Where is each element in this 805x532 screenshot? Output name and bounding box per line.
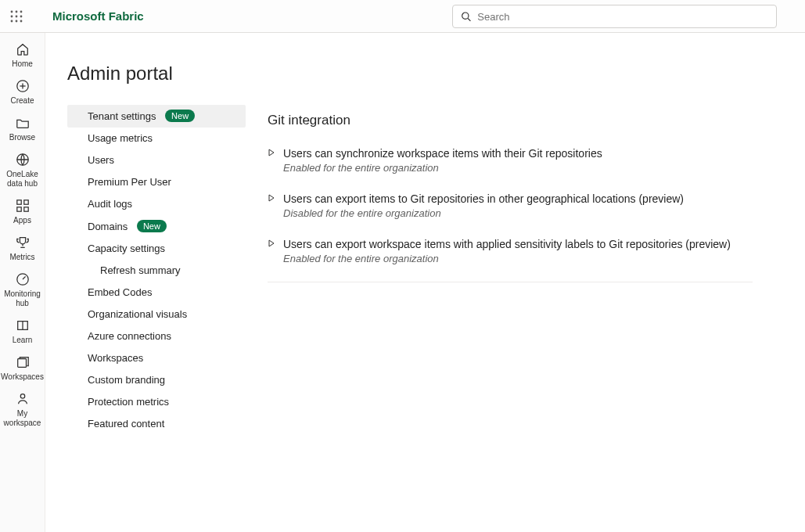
rail-label: Learn [13,336,33,345]
svg-rect-18 [23,207,27,211]
rail-label: Home [12,59,33,69]
home-icon [15,41,31,57]
rail-item-home[interactable]: Home [0,36,45,73]
setting-row[interactable]: Users can export workspace items with ap… [268,236,753,264]
sec-nav-label: Refresh summary [100,264,181,276]
sec-nav-label: Featured content [88,418,164,430]
sec-nav-label: Premium Per User [88,176,171,188]
sec-nav-label: Capacity settings [88,243,165,254]
section-divider [268,282,753,282]
panel-title: Git integration [268,113,753,128]
svg-rect-15 [16,200,20,204]
svg-point-9 [462,13,469,19]
sec-nav-embed-codes[interactable]: Embed Codes [67,282,246,304]
sec-nav-label: Tenant settings [88,110,156,122]
sec-nav-protection-metrics[interactable]: Protection metrics [67,391,246,413]
gauge-icon [15,271,31,287]
setting-row[interactable]: Users can synchronize workspace items wi… [268,146,753,174]
admin-secondary-nav: Tenant settings New Usage metrics Users … [67,105,246,435]
svg-rect-21 [17,359,26,368]
svg-point-22 [20,394,24,398]
sec-nav-featured-content[interactable]: Featured content [67,413,246,435]
rail-label: Monitoring hub [4,289,41,308]
svg-point-0 [11,10,13,13]
person-icon [15,391,31,407]
new-badge: New [137,220,167,232]
rail-item-metrics[interactable]: Metrics [0,229,45,266]
svg-point-8 [20,20,23,22]
sec-nav-workspaces[interactable]: Workspaces [67,347,246,369]
sec-nav-label: Audit logs [88,198,132,210]
search-input[interactable] [477,11,768,23]
sec-nav-label: Organizational visuals [88,308,187,320]
sec-nav-users[interactable]: Users [67,149,246,171]
sec-nav-capacity-settings[interactable]: Capacity settings [67,238,246,260]
left-nav-rail: Home Create Browse OneLake data hub Apps… [0,33,45,532]
rail-item-apps[interactable]: Apps [0,192,45,229]
brand-title[interactable]: Microsoft Fabric [52,9,144,23]
sec-nav-label: Azure connections [88,330,171,342]
workspaces-icon [15,354,31,370]
header-bar: Microsoft Fabric [0,0,805,33]
sec-nav-label: Usage metrics [88,132,153,144]
rail-item-my-workspace[interactable]: My workspace [0,386,45,432]
rail-label: Metrics [9,253,34,262]
rail-item-onelake[interactable]: OneLake data hub [0,146,45,192]
sec-nav-organizational-visuals[interactable]: Organizational visuals [67,304,246,325]
svg-point-6 [11,20,13,22]
rail-label: Apps [13,216,31,225]
rail-item-workspaces[interactable]: Workspaces [0,349,45,386]
setting-title: Users can export workspace items with ap… [283,236,731,252]
sec-nav-azure-connections[interactable]: Azure connections [67,325,246,347]
folder-icon [15,115,31,131]
svg-point-1 [16,10,18,13]
sec-nav-label: Workspaces [88,352,143,364]
svg-point-2 [20,10,23,13]
svg-point-5 [20,15,23,17]
setting-row[interactable]: Users can export items to Git repositori… [268,191,753,219]
sec-nav-refresh-summary[interactable]: Refresh summary [67,260,246,282]
rail-label: Create [10,96,34,106]
svg-point-7 [16,20,18,22]
svg-rect-16 [23,200,27,204]
sec-nav-label: Embed Codes [88,286,152,298]
sec-nav-tenant-settings[interactable]: Tenant settings New [67,105,246,128]
setting-title: Users can synchronize workspace items wi… [283,146,602,161]
rail-item-monitoring[interactable]: Monitoring hub [0,266,45,312]
sec-nav-usage-metrics[interactable]: Usage metrics [67,128,246,149]
svg-rect-17 [16,207,20,211]
apps-icon [15,198,31,214]
app-launcher-button[interactable] [0,0,33,33]
sec-nav-premium-per-user[interactable]: Premium Per User [67,171,246,193]
expand-right-icon [268,194,275,202]
sec-nav-audit-logs[interactable]: Audit logs [67,193,246,215]
onelake-icon [15,152,31,167]
settings-panel: Git integration Users can synchronize wo… [268,105,753,435]
rail-label: Browse [9,133,35,142]
expand-right-icon [268,149,275,156]
setting-status: Enabled for the entire organization [283,162,602,174]
sec-nav-label: Users [88,154,114,166]
main-content: Admin portal Tenant settings New Usage m… [45,33,805,532]
global-search[interactable] [452,5,777,28]
setting-status: Enabled for the entire organization [283,253,731,264]
expand-right-icon [268,239,275,247]
page-title: Admin portal [67,63,805,84]
rail-label: Workspaces [1,372,44,382]
rail-label: My workspace [4,409,41,428]
rail-label: OneLake data hub [6,170,38,189]
svg-line-10 [468,18,470,20]
rail-item-learn[interactable]: Learn [0,312,45,349]
sec-nav-label: Custom branding [88,374,165,386]
rail-item-browse[interactable]: Browse [0,110,45,146]
trophy-icon [15,235,31,250]
setting-status: Disabled for the entire organization [283,207,684,219]
new-badge: New [165,110,195,122]
setting-title: Users can export items to Git repositori… [283,191,684,207]
sec-nav-domains[interactable]: Domains New [67,215,246,238]
plus-circle-icon [15,78,31,94]
search-icon [461,11,471,22]
sec-nav-custom-branding[interactable]: Custom branding [67,369,246,391]
sec-nav-label: Domains [88,221,128,232]
rail-item-create[interactable]: Create [0,73,45,110]
